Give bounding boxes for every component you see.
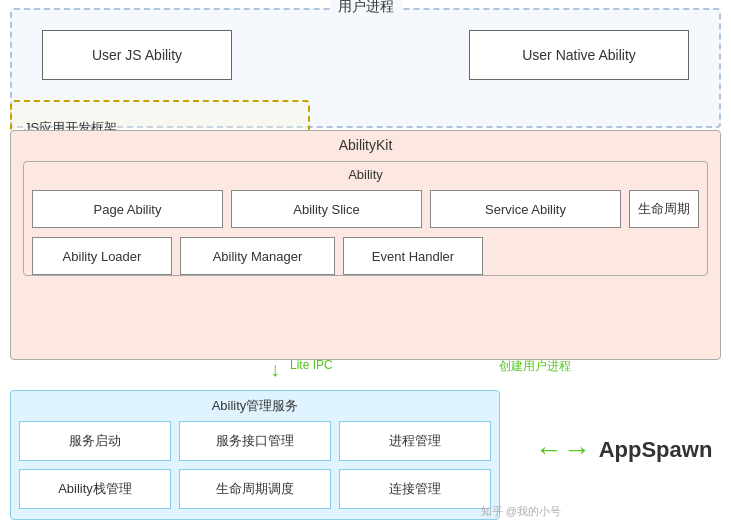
page-ability-box: Page Ability	[32, 190, 223, 228]
ability-mgmt-label: Ability管理服务	[212, 397, 299, 415]
ability-loader-box: Ability Loader	[32, 237, 172, 275]
lite-ipc-arrow: ↓	[270, 358, 280, 381]
abilitykit-area: AbilityKit Ability Page Ability Ability …	[10, 130, 721, 360]
mgmt-row2: Ability栈管理 生命周期调度 连接管理	[19, 469, 491, 509]
ability-row1: Page Ability Ability Slice Service Abili…	[32, 190, 699, 228]
service-start-box: 服务启动	[19, 421, 171, 461]
service-ability-box: Service Ability	[430, 190, 621, 228]
ability-label: Ability	[348, 167, 383, 182]
ability-slice-box: Ability Slice	[231, 190, 422, 228]
ability-row2: Ability Loader Ability Manager Event Han…	[32, 237, 699, 275]
lifecycle-schedule-box: 生命周期调度	[179, 469, 331, 509]
ability-area: Ability Page Ability Ability Slice Servi…	[23, 161, 708, 276]
user-process-label: 用户进程	[330, 0, 402, 16]
mgmt-row1: 服务启动 服务接口管理 进程管理	[19, 421, 491, 461]
create-process-label: 创建用户进程	[499, 358, 571, 375]
ability-stack-box: Ability栈管理	[19, 469, 171, 509]
user-native-ability-box: User Native Ability	[469, 30, 689, 80]
appspawn-arrow: ←→	[535, 434, 591, 466]
connection-mgmt-box: 连接管理	[339, 469, 491, 509]
appspawn-label: AppSpawn	[599, 437, 713, 463]
event-handler-box: Event Handler	[343, 237, 483, 275]
lite-ipc-label: Lite IPC	[290, 358, 333, 372]
service-interface-box: 服务接口管理	[179, 421, 331, 461]
ability-manager-box: Ability Manager	[180, 237, 335, 275]
diagram: 用户进程 User JS Ability User Native Ability…	[0, 0, 731, 531]
user-js-ability-box: User JS Ability	[42, 30, 232, 80]
appspawn-area: ←→ AppSpawn	[526, 405, 721, 495]
lifecycle-box: 生命周期	[629, 190, 699, 228]
abilitykit-label: AbilityKit	[339, 137, 393, 153]
watermark: 知乎 @我的小号	[481, 504, 561, 519]
process-mgmt-box: 进程管理	[339, 421, 491, 461]
ability-mgmt-area: Ability管理服务 服务启动 服务接口管理 进程管理 Ability栈管理 …	[10, 390, 500, 520]
